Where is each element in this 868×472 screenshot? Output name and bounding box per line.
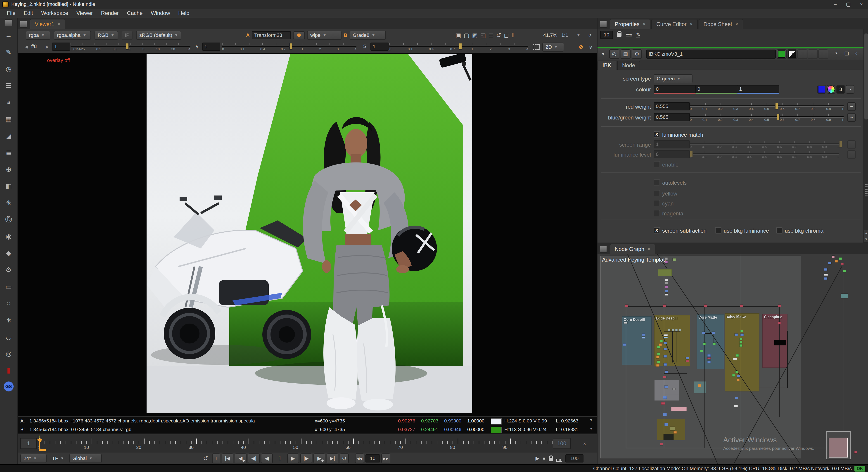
frame-icon[interactable]: ▢ (464, 32, 469, 39)
range-mode-select[interactable]: Global▼ (69, 454, 102, 463)
graph-node[interactable] (855, 451, 857, 453)
graph-node[interactable] (740, 304, 743, 307)
graph-node[interactable] (663, 376, 666, 378)
graph-node[interactable] (658, 269, 672, 276)
graph-node[interactable] (843, 270, 846, 272)
merge-icon[interactable]: ≣ (3, 147, 14, 158)
timeline-end-field[interactable]: 100 (553, 438, 571, 449)
menu-item-viewer[interactable]: Viewer (72, 8, 97, 18)
ofx-icon[interactable]: ◌ (3, 298, 14, 308)
other-icon[interactable]: ▭ (3, 281, 14, 292)
graph-node[interactable] (707, 361, 711, 363)
chevron-down-icon[interactable]: ▼ (577, 33, 580, 37)
center-node-icon[interactable]: ◎ (609, 49, 619, 59)
graph-node[interactable] (828, 262, 831, 264)
time-icon[interactable]: ◷ (3, 63, 14, 74)
autolevels-checkbox[interactable] (654, 179, 660, 185)
viewer-viewport[interactable]: overlay off (18, 53, 597, 416)
scroll-down-icon[interactable]: ▼ (864, 236, 868, 242)
next-keyframe-button[interactable]: ▶ (313, 453, 325, 463)
zoom-level[interactable]: 41.7% (543, 32, 557, 38)
graph-node[interactable] (737, 379, 740, 381)
max-panels-field[interactable]: 10 (600, 31, 613, 39)
graph-node[interactable] (665, 258, 668, 260)
frame-inc-button[interactable]: ▶▶ (381, 453, 390, 463)
toolsets-icon[interactable]: ⚙ (3, 264, 14, 275)
collapse-icon[interactable]: ▼ (601, 52, 605, 57)
record-icon[interactable]: ● (542, 455, 546, 461)
tf-select[interactable]: TF▼ (49, 454, 66, 463)
goto-end-button[interactable]: ▶| (327, 453, 338, 463)
bg-weight-input[interactable]: 0.565 (654, 113, 690, 121)
close-icon[interactable]: × (643, 20, 646, 29)
pane-menu-icon[interactable] (5, 20, 12, 26)
graph-node[interactable] (663, 396, 667, 399)
channels-select[interactable]: rgba▼ (26, 31, 50, 40)
red-weight-input[interactable]: 0.555 (654, 102, 690, 111)
luminance-match-checkbox[interactable]: X (654, 131, 660, 138)
graph-node[interactable] (665, 261, 668, 263)
sparks-icon[interactable]: ∗ (3, 315, 14, 325)
close-panel-icon[interactable]: × (855, 51, 857, 57)
graph-node[interactable] (674, 431, 677, 434)
graph-node[interactable] (665, 371, 668, 373)
graph-node[interactable] (673, 258, 676, 261)
viewer-lut-select[interactable]: sRGB (default)▼ (136, 31, 181, 40)
roi-region-icon[interactable] (533, 45, 539, 50)
saturation-slider[interactable]: 00.10.40.71234 (390, 42, 528, 52)
lock-range-icon[interactable] (549, 458, 553, 461)
graph-node[interactable] (661, 402, 665, 405)
yellow-checkbox[interactable] (654, 190, 660, 197)
graph-node[interactable] (740, 333, 744, 336)
lock-panels-icon[interactable] (617, 33, 621, 37)
graph-node[interactable] (774, 340, 786, 345)
graph-node[interactable] (663, 434, 674, 440)
graph-node[interactable] (670, 427, 675, 431)
pane-menu-icon[interactable] (600, 246, 607, 253)
graph-node[interactable] (839, 258, 842, 260)
tab-node-graph[interactable]: Node Graph × (610, 244, 655, 254)
graph-node[interactable] (686, 357, 689, 359)
panel-resize-grip[interactable] (865, 183, 868, 197)
graph-node[interactable] (663, 348, 667, 350)
graph-node[interactable] (736, 371, 738, 373)
graph-node[interactable] (824, 277, 827, 280)
graph-node[interactable] (623, 344, 626, 346)
graph-node[interactable] (663, 355, 667, 357)
graph-node[interactable] (673, 388, 675, 390)
graph-node[interactable] (624, 322, 627, 324)
clear-panels-icon[interactable]: ☰x (625, 32, 632, 38)
red-weight-curve-button[interactable]: ~ (847, 102, 856, 111)
pane-menu-icon[interactable] (600, 21, 607, 28)
graph-node[interactable] (675, 329, 678, 331)
colour-b-input[interactable]: 1 (737, 85, 779, 94)
gamma-input[interactable]: 1 (202, 42, 220, 51)
wrench-icon[interactable]: ⚙ (632, 49, 642, 59)
sample-lock-icon[interactable]: ⊘ (579, 43, 584, 51)
menu-item-render[interactable]: Render (97, 8, 123, 18)
color-icon[interactable]: ◕ (3, 97, 14, 108)
goto-start-button[interactable]: |◀ (222, 453, 234, 463)
graph-node[interactable] (671, 407, 687, 411)
current-frame[interactable]: 1 (274, 455, 286, 462)
proxy-select[interactable]: 1:1 (561, 32, 568, 38)
pause-icon[interactable]: ‖ (512, 32, 514, 39)
close-icon[interactable]: × (735, 20, 738, 29)
red-weight-slider[interactable]: 00.10.20.30.40.50.60.70.80.91 (690, 102, 844, 111)
bg-weight-curve-button[interactable]: ~ (847, 113, 856, 122)
cache-range-icon[interactable] (556, 459, 562, 462)
graph-node[interactable] (659, 344, 662, 346)
graph-node[interactable] (824, 274, 828, 275)
graph-node[interactable] (740, 341, 742, 344)
graph-node[interactable] (740, 344, 742, 347)
graph-node[interactable] (736, 354, 739, 357)
wipe-mode-select[interactable]: wipe▼ (307, 31, 341, 40)
close-icon[interactable]: × (57, 20, 60, 29)
play-backward-button[interactable]: ◀ (261, 453, 273, 463)
monitor-icon[interactable]: ▤ (621, 49, 630, 59)
saturation-input[interactable]: 1 (370, 42, 389, 51)
graph-node[interactable] (663, 363, 667, 366)
timeline-expand-icon[interactable]: » (582, 442, 588, 445)
timeline-start-field[interactable]: 1 (20, 438, 37, 449)
graph-node[interactable] (778, 322, 781, 324)
